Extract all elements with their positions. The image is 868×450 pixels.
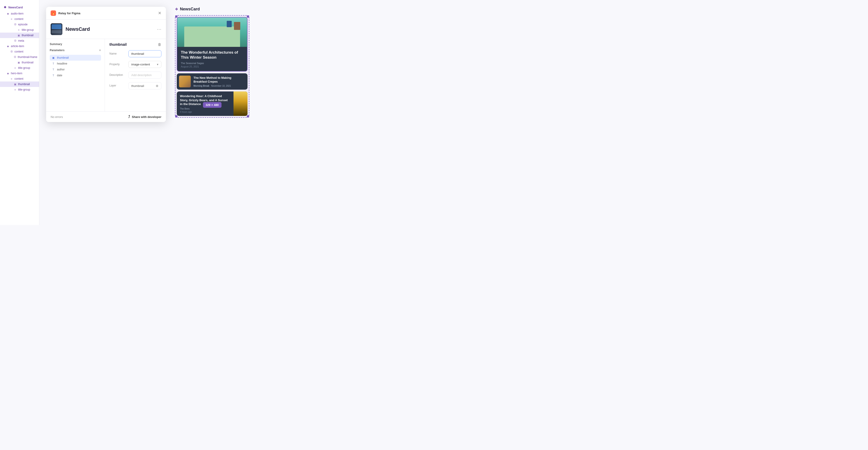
- card3-more-button[interactable]: ⋯: [242, 110, 246, 114]
- card2-image: [179, 76, 191, 87]
- sidebar-label-content3: content: [14, 77, 23, 80]
- corner-handle-bl[interactable]: [175, 115, 178, 117]
- param-image-icon: ▣: [52, 56, 55, 59]
- param-text-icon3: T: [52, 74, 55, 77]
- hero-image-wall: [184, 27, 240, 47]
- hero-card-content: The Wonderful Architectures of This Wint…: [177, 47, 247, 71]
- diamond-icon3: ◆: [6, 72, 9, 75]
- card2-food-image: [179, 76, 191, 87]
- sidebar-item-title-group2[interactable]: ≡ title-group: [0, 65, 39, 71]
- sidebar-label-thumbnail3: thumbnail: [18, 83, 30, 86]
- newscard-preview-container: The Wonderful Architectures of This Wint…: [175, 15, 249, 118]
- sidebar-label-episode: episode: [18, 23, 28, 26]
- sidebar-root-item[interactable]: ❖ NewsCard: [0, 4, 39, 11]
- dialog-header: 🔥 Relay for Figma ✕: [46, 7, 166, 20]
- share-label: Share with developer: [132, 115, 161, 119]
- delete-button[interactable]: 🗑: [158, 43, 161, 47]
- corner-handle-br[interactable]: [247, 115, 249, 117]
- param-headline-label: headline: [57, 62, 67, 65]
- sidebar: ❖ NewsCard ◆ audio-item ≡ content ⦿ epis…: [0, 0, 39, 225]
- sidebar-item-content[interactable]: ≡ content: [0, 16, 39, 22]
- param-thumbnail-label: thumbnail: [57, 56, 69, 59]
- description-placeholder[interactable]: Add description: [128, 72, 161, 79]
- sidebar-item-content2[interactable]: ⦿ content: [0, 49, 39, 54]
- dialog-close-button[interactable]: ✕: [158, 11, 161, 15]
- dialog-left-panel: Summary Parameters + ▣ thumbnail T headl…: [46, 39, 105, 111]
- sidebar-item-thumbnail-frame[interactable]: ⦿ thumbnail-frame: [0, 54, 39, 60]
- preview-panel: ❖ NewsCard The Wonderful Architectures o…: [175, 7, 249, 118]
- card2-date: November 10, 2021: [211, 85, 231, 87]
- sidebar-item-thumbnail3[interactable]: ▣ thumbnail: [0, 82, 39, 87]
- bars-icon4: ⦿: [13, 56, 16, 58]
- sidebar-item-content3[interactable]: ≡ content: [0, 76, 39, 82]
- hero-card: The Wonderful Architectures of This Wint…: [177, 17, 248, 72]
- card3-source: The Bees: [180, 108, 230, 110]
- sidebar-label-title-group: title-group: [22, 28, 34, 31]
- main-content: 🔥 Relay for Figma ✕ NewsCard ⋯ Summary: [39, 0, 434, 225]
- sidebar-item-title-group[interactable]: ≡ title-group: [0, 27, 39, 33]
- share-button[interactable]: ⤴ Share with developer: [128, 115, 161, 119]
- dialog-footer: No errors ⤴ Share with developer: [46, 111, 166, 122]
- sidebar-item-meta[interactable]: ⦿ meta: [0, 38, 39, 44]
- lines-icon: ≡: [10, 18, 13, 20]
- size-badge: 329 × 480: [203, 102, 221, 108]
- layer-row: Layer thumbnail ⊕: [110, 82, 161, 89]
- component-thumbnail: [51, 23, 62, 35]
- sidebar-label-content: content: [14, 18, 23, 21]
- target-icon[interactable]: ⊕: [156, 84, 158, 88]
- parameters-label: Parameters: [50, 49, 64, 52]
- property-select[interactable]: image-content ▾: [128, 61, 161, 68]
- description-label: Description: [110, 72, 126, 77]
- lines-icon3: ≡: [13, 66, 17, 69]
- sidebar-item-article-item[interactable]: ◆ article-item: [0, 44, 39, 49]
- sidebar-item-thumbnail2[interactable]: ▣ thumbnail: [0, 60, 39, 65]
- property-value-container: image-content ▾: [128, 61, 161, 68]
- component-more-button[interactable]: ⋯: [157, 27, 161, 32]
- card2: The New Method to Making Breakfast Crepe…: [177, 73, 248, 90]
- layer-value: thumbnail ⊕: [128, 82, 161, 89]
- sidebar-item-hero-item[interactable]: ◆ hero-item: [0, 71, 39, 76]
- card2-source: Morning Break: [193, 85, 209, 87]
- image-icon2: ▣: [17, 61, 20, 64]
- share-icon: ⤴: [128, 115, 130, 119]
- params-add-button[interactable]: +: [99, 49, 101, 52]
- param-thumbnail[interactable]: ▣ thumbnail: [50, 55, 101, 61]
- right-panel-title: thumbnail: [110, 43, 127, 47]
- property-select-value: image-content: [131, 63, 150, 66]
- param-headline[interactable]: T headline: [50, 61, 101, 66]
- name-input[interactable]: [128, 50, 161, 57]
- sidebar-label-content2: content: [14, 50, 23, 53]
- sidebar-item-episode[interactable]: ⦿ episode: [0, 22, 39, 27]
- description-value-container: Add description: [128, 72, 161, 79]
- hero-title: The Wonderful Architectures of This Wint…: [181, 50, 243, 60]
- sidebar-item-thumbnail[interactable]: ▣ thumbnail: [0, 33, 39, 38]
- bars-icon: ⦿: [13, 23, 17, 26]
- preview-header: ❖ NewsCard: [175, 7, 249, 11]
- sidebar-root-label: NewsCard: [8, 6, 23, 9]
- sidebar-item-title-group3[interactable]: ≡ title-group: [0, 87, 39, 92]
- hero-image-window2: [227, 21, 232, 27]
- dialog-header-left: 🔥 Relay for Figma: [51, 10, 81, 16]
- param-date[interactable]: T date: [50, 73, 101, 78]
- sidebar-label-article-item: article-item: [11, 45, 24, 48]
- property-label: Property: [110, 61, 126, 66]
- param-text-icon2: T: [52, 68, 55, 71]
- lines-icon4: ≡: [10, 77, 13, 80]
- preview-title: NewsCard: [180, 7, 200, 11]
- sidebar-label-title-group2: title-group: [18, 66, 30, 69]
- sidebar-item-audio-item[interactable]: ◆ audio-item: [0, 11, 39, 16]
- bars-icon3: ⦿: [10, 50, 13, 53]
- diamond-icon: ❖: [4, 5, 6, 9]
- corner-handle-tr[interactable]: [247, 16, 249, 18]
- sidebar-label-thumbnail2: thumbnail: [22, 61, 33, 64]
- component-name: NewsCard: [66, 26, 90, 32]
- dialog-right-panel: thumbnail 🗑 Name Property image-content: [105, 39, 166, 111]
- hero-author: The Seasonal Sagas: [181, 62, 243, 64]
- layer-label: Layer: [110, 82, 126, 87]
- sidebar-label-audio-item: audio-item: [11, 12, 24, 15]
- card2-meta: Morning Break November 10, 2021: [193, 85, 245, 87]
- param-author[interactable]: T author: [50, 66, 101, 73]
- no-errors-label: No errors: [51, 115, 63, 119]
- name-row: Name: [110, 50, 161, 57]
- component-info: NewsCard: [51, 23, 90, 35]
